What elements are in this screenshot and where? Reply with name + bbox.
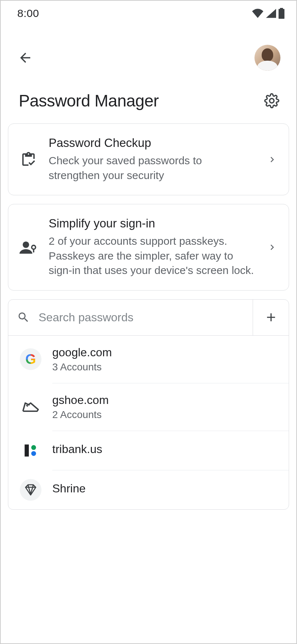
favicon-tribank bbox=[20, 440, 41, 461]
person-key-icon bbox=[18, 240, 39, 254]
battery-icon bbox=[278, 8, 285, 19]
back-button[interactable] bbox=[17, 49, 34, 66]
title-row: Password Manager bbox=[1, 78, 296, 123]
checkup-desc: Check your saved passwords to strengthen… bbox=[49, 153, 256, 183]
passkeys-title: Simplify your sign-in bbox=[49, 217, 256, 230]
status-icons bbox=[252, 8, 285, 19]
entry-site: google.com bbox=[52, 346, 282, 359]
passkeys-desc: 2 of your accounts support passkeys. Pas… bbox=[49, 234, 256, 278]
passkeys-card[interactable]: Simplify your sign-in 2 of your accounts… bbox=[8, 204, 289, 291]
entry-sub: 2 Accounts bbox=[52, 409, 282, 421]
clipboard-check-icon bbox=[18, 151, 39, 168]
password-list: G google.com 3 Accounts gshoe.com 2 Acco… bbox=[8, 299, 289, 510]
status-bar: 8:00 bbox=[1, 1, 296, 23]
password-entry-gshoe[interactable]: gshoe.com 2 Accounts bbox=[8, 383, 289, 431]
wifi-icon bbox=[252, 9, 264, 18]
cellular-icon bbox=[266, 9, 276, 18]
svg-point-1 bbox=[32, 245, 36, 249]
page-title: Password Manager bbox=[19, 91, 159, 110]
search-row bbox=[8, 300, 289, 336]
status-time: 8:00 bbox=[17, 7, 39, 19]
checkup-title: Password Checkup bbox=[49, 136, 256, 150]
svg-point-4 bbox=[31, 451, 36, 456]
arrow-back-icon bbox=[18, 50, 33, 65]
chevron-right-icon bbox=[266, 242, 279, 253]
settings-button[interactable] bbox=[263, 92, 280, 109]
chevron-right-icon bbox=[266, 154, 279, 165]
svg-rect-2 bbox=[25, 444, 29, 456]
add-password-button[interactable] bbox=[253, 300, 289, 335]
entry-sub: 3 Accounts bbox=[52, 361, 282, 373]
svg-point-3 bbox=[31, 445, 36, 450]
password-entry-tribank[interactable]: tribank.us bbox=[8, 431, 289, 470]
search-icon bbox=[17, 311, 30, 324]
account-avatar[interactable] bbox=[254, 45, 280, 71]
password-entry-google[interactable]: G google.com 3 Accounts bbox=[8, 336, 289, 383]
svg-point-0 bbox=[23, 242, 29, 248]
favicon-gshoe bbox=[20, 396, 41, 418]
entry-site: tribank.us bbox=[52, 443, 282, 456]
entry-site: Shrine bbox=[52, 482, 282, 495]
plus-icon bbox=[264, 310, 278, 324]
favicon-shrine bbox=[20, 479, 41, 501]
top-bar bbox=[1, 23, 296, 78]
password-checkup-card[interactable]: Password Checkup Check your saved passwo… bbox=[8, 123, 289, 195]
gear-icon bbox=[264, 93, 279, 108]
favicon-google: G bbox=[20, 348, 41, 370]
entry-site: gshoe.com bbox=[52, 393, 282, 407]
search-input[interactable] bbox=[39, 311, 244, 324]
password-entry-shrine[interactable]: Shrine bbox=[8, 470, 289, 509]
search-area[interactable] bbox=[8, 300, 253, 335]
